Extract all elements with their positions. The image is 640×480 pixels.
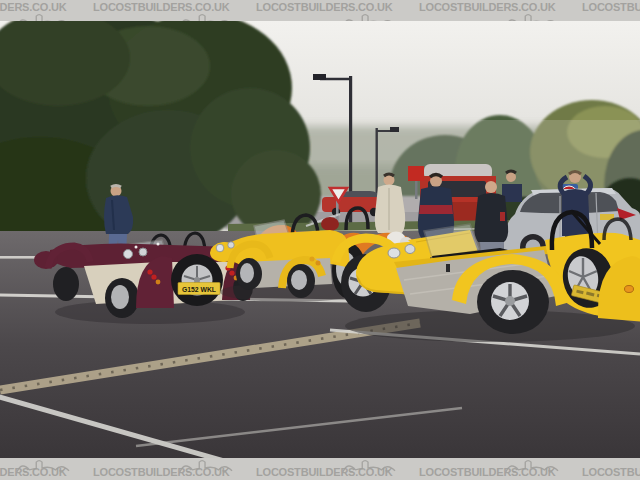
watermark-unit: LOCOSTBUILDERS.CO.UK xyxy=(256,0,419,21)
locost-car-outline-icon xyxy=(342,458,396,474)
mirror xyxy=(135,246,138,249)
watermark-unit: LOCOSTBUILDERS.CO.UK xyxy=(93,458,256,480)
panel-latch xyxy=(446,264,450,272)
head xyxy=(485,181,497,193)
watermark-row: LOCOSTBUILDERS.CO.UK LOCOSTBUILDERS.CO.U… xyxy=(0,458,640,480)
left-trees xyxy=(0,21,321,253)
sleeve-patch xyxy=(500,212,505,221)
indicator-light xyxy=(625,286,634,293)
watermark-text: LOCOSTBUILDERS.CO.UK xyxy=(582,1,640,13)
rear-light xyxy=(316,261,321,266)
red-bag xyxy=(321,217,339,231)
headlight xyxy=(139,248,147,256)
watermark-band-bottom: LOCOSTBUILDERS.CO.UK LOCOSTBUILDERS.CO.U… xyxy=(0,458,640,480)
locost-car-outline-icon xyxy=(179,458,233,474)
locost-meet-photo: LOCOSTBUILDERS.CO.UK LOCOSTBUILDERS.CO.U… xyxy=(0,0,640,480)
watermark-unit: LOCOSTBUILDERS.CO.UK xyxy=(582,0,640,21)
locost-car-outline-icon xyxy=(16,12,70,21)
watermark-unit: LOCOSTBUILDERS.CO.UK xyxy=(256,458,419,480)
headlight xyxy=(405,245,415,254)
headlight xyxy=(388,248,400,258)
lamp-head xyxy=(390,127,399,132)
headlight xyxy=(228,242,234,248)
headlight xyxy=(216,244,224,252)
headlight xyxy=(124,250,133,259)
photo-scene: G152 WKL xyxy=(0,21,640,458)
locost-car-outline-icon xyxy=(505,458,559,474)
watermark-unit: LOCOSTBUILDERS.CO.UK xyxy=(0,0,93,21)
wheel xyxy=(53,267,79,301)
watermark-unit: LOCOSTBUILDERS.CO.UK xyxy=(419,0,582,21)
plate-text: G152 WKL xyxy=(182,286,216,293)
rear-light xyxy=(310,257,315,262)
watermark-unit: LOCOSTBUILDERS.CO.UK xyxy=(93,0,256,21)
watermark-band-top: LOCOSTBUILDERS.CO.UK LOCOSTBUILDERS.CO.U… xyxy=(0,0,640,21)
watermark-text: LOCOSTBUILDERS.CO.UK xyxy=(582,466,640,478)
mirror xyxy=(157,243,160,246)
watermark-unit: LOCOSTBUILDERS.CO.UK xyxy=(582,458,640,480)
locost-car-outline-icon xyxy=(342,12,396,21)
locost-car-outline-icon xyxy=(505,12,559,21)
locost-car-outline-icon xyxy=(179,12,233,21)
watermark-unit: LOCOSTBUILDERS.CO.UK xyxy=(0,458,93,480)
watermark-unit: LOCOSTBUILDERS.CO.UK xyxy=(419,458,582,480)
locost-car-outline-icon xyxy=(16,458,70,474)
license-plate: G152 WKL xyxy=(178,283,220,295)
lamp-head xyxy=(313,74,326,80)
red-stripe xyxy=(419,205,453,214)
watermark-row: LOCOSTBUILDERS.CO.UK LOCOSTBUILDERS.CO.U… xyxy=(0,0,640,21)
